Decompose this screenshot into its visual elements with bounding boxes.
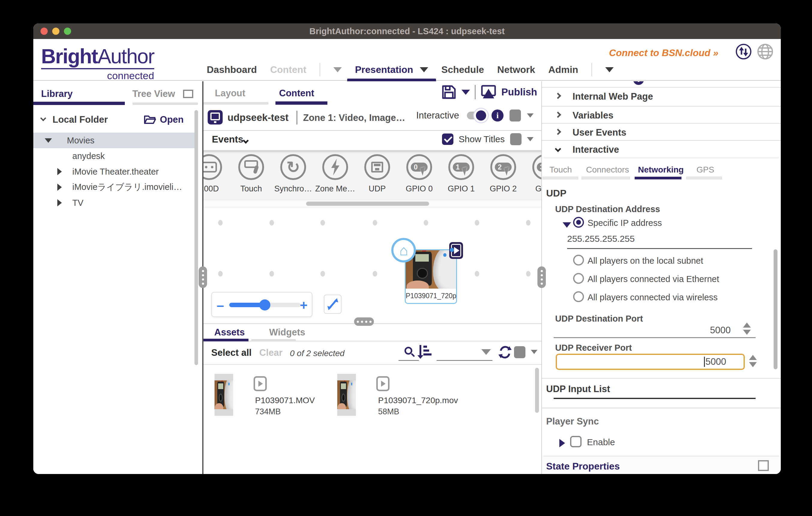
tree-item-imovie-theater[interactable]: iMovie Theater.theater — [33, 164, 195, 179]
asset-name[interactable]: P1039071_720p.mov — [378, 396, 458, 405]
event-200d[interactable]: 200D — [203, 154, 230, 193]
section-support-content[interactable]: Support Content i — [542, 81, 781, 87]
nav-content[interactable]: Content — [270, 64, 307, 75]
home-state-icon[interactable]: ⌂ — [391, 238, 416, 263]
nav-dashboard[interactable]: Dashboard — [207, 64, 257, 75]
publish-icon[interactable] — [481, 85, 497, 100]
collapsed-triangle-icon[interactable] — [57, 184, 62, 191]
tab-content[interactable]: Content — [279, 88, 314, 99]
save-dropdown-caret-icon[interactable] — [462, 90, 470, 95]
refresh-icon[interactable] — [498, 345, 512, 360]
event-zone-message[interactable]: Zone Me… — [314, 154, 356, 193]
select-all-button[interactable]: Select all — [211, 347, 252, 358]
tab-touch[interactable]: Touch — [549, 165, 572, 175]
radio-local-subnet-label[interactable]: All players on the local subnet — [587, 256, 703, 266]
right-resize-handle[interactable] — [538, 266, 546, 288]
radio-wireless-label[interactable]: All players connected via wireless — [587, 293, 718, 302]
section-user-events[interactable]: User Events — [542, 124, 781, 142]
nav-network[interactable]: Network — [497, 64, 535, 75]
interactive-toggle[interactable] — [467, 112, 486, 119]
zoom-slider-thumb[interactable] — [259, 299, 270, 310]
presentation-dropdown-caret-icon[interactable] — [420, 67, 428, 72]
tab-assets[interactable]: Assets — [214, 327, 245, 338]
content-dropdown-caret-icon[interactable] — [334, 67, 342, 72]
ip-address-input[interactable]: 255.255.255.255 — [567, 234, 635, 244]
tree-item-anydesk[interactable]: anydesk — [33, 148, 195, 164]
tab-networking[interactable]: Networking — [638, 165, 684, 175]
tree-item-imovie-library[interactable]: iMovieライブラリ.imovieli… — [33, 179, 195, 195]
sort-icon[interactable] — [419, 345, 432, 356]
radio-wireless[interactable] — [573, 291, 584, 302]
zoom-in-button[interactable]: + — [300, 298, 308, 313]
event-gpio-0[interactable]: 0 GPIO 0 — [398, 154, 440, 193]
udp-dest-port-input[interactable]: 5000 — [554, 325, 731, 336]
show-titles-checkbox[interactable] — [442, 133, 454, 145]
expand-triangle-icon[interactable] — [559, 439, 565, 447]
udp-receiver-port-input[interactable]: 5000 — [556, 354, 745, 370]
chevron-down-icon[interactable] — [527, 137, 533, 141]
dest-port-stepper[interactable] — [743, 323, 751, 335]
events-chevron-icon[interactable] — [243, 138, 249, 144]
open-folder-button[interactable]: Open — [144, 114, 184, 125]
player-sync-enable-checkbox[interactable] — [570, 436, 582, 447]
interactive-canvas[interactable]: ⌂ P1039071_720p.mov – + — [203, 208, 541, 324]
connect-bsn-link[interactable]: Connect to BSN.cloud » — [609, 48, 718, 59]
asset-thumbnail[interactable] — [214, 374, 233, 416]
player-sync-enable-label[interactable]: Enable — [587, 437, 615, 447]
bottom-resize-handle[interactable] — [354, 317, 374, 326]
left-resize-handle[interactable] — [199, 266, 207, 288]
radio-local-subnet[interactable] — [573, 255, 584, 266]
tree-item-tv[interactable]: TV — [33, 195, 195, 211]
nav-admin[interactable]: Admin — [548, 64, 578, 75]
tab-tree-view[interactable]: Tree View — [132, 89, 175, 99]
color-swatch-button[interactable] — [514, 346, 525, 358]
radio-specific-ip[interactable] — [573, 217, 584, 228]
radio-ethernet-label[interactable]: All players connected via Ethernet — [587, 274, 719, 284]
zoom-window-button[interactable] — [64, 28, 71, 35]
connection-point[interactable] — [450, 248, 454, 252]
asset-name[interactable]: P1039071.MOV — [255, 396, 315, 405]
chevron-down-icon[interactable] — [527, 113, 533, 118]
publish-button[interactable]: Publish — [501, 86, 537, 98]
fit-to-screen-button[interactable] — [324, 295, 342, 314]
globe-icon[interactable] — [757, 43, 774, 60]
nav-schedule[interactable]: Schedule — [441, 64, 484, 75]
nav-presentation[interactable]: Presentation — [355, 64, 428, 75]
radio-ethernet[interactable] — [573, 273, 584, 284]
event-gpio-1[interactable]: 1 GPIO 1 — [440, 154, 482, 193]
sidebar-scrollbar[interactable] — [195, 110, 198, 365]
event-touch[interactable]: Touch — [230, 154, 272, 193]
color-swatch-button[interactable] — [510, 133, 522, 145]
event-udp[interactable]: UDP — [356, 154, 398, 193]
zoom-out-button[interactable]: – — [216, 298, 224, 313]
close-window-button[interactable] — [40, 28, 48, 35]
minimize-window-button[interactable] — [52, 28, 59, 35]
horizontal-scrollbar-thumb[interactable] — [306, 202, 429, 206]
event-gpio-3[interactable]: 3 GP… — [524, 154, 541, 193]
tab-layout[interactable]: Layout — [215, 88, 245, 99]
transfer-icon[interactable] — [735, 43, 752, 60]
clear-button[interactable]: Clear — [259, 347, 283, 358]
tab-widgets[interactable]: Widgets — [269, 327, 305, 338]
receiver-port-stepper[interactable] — [749, 355, 757, 367]
filter-dropdown-caret-icon[interactable] — [481, 349, 491, 355]
save-icon[interactable] — [441, 84, 457, 100]
section-internal-web-page[interactable]: Internal Web Page — [542, 88, 781, 106]
popout-window-icon[interactable] — [758, 460, 769, 471]
chevron-down-icon[interactable] — [40, 115, 46, 121]
tab-connectors[interactable]: Connectors — [586, 165, 629, 175]
panels-icon[interactable] — [183, 90, 193, 98]
chevron-down-icon[interactable] — [531, 350, 538, 354]
info-icon[interactable]: i — [633, 81, 644, 85]
section-interactive[interactable]: Interactive — [542, 141, 781, 159]
search-icon[interactable] — [405, 347, 412, 355]
tab-library[interactable]: Library — [41, 89, 72, 99]
radio-specific-ip-label[interactable]: Specific IP address — [587, 218, 662, 228]
event-synchronize[interactable]: ↻ Synchro… — [272, 154, 314, 193]
zoom-slider[interactable] — [229, 303, 301, 307]
asset-thumbnail[interactable] — [337, 374, 356, 416]
tab-gps[interactable]: GPS — [696, 165, 714, 175]
expand-triangle-icon[interactable] — [563, 222, 571, 228]
panel-scrollbar[interactable] — [774, 249, 778, 369]
collapsed-triangle-icon[interactable] — [57, 199, 62, 206]
